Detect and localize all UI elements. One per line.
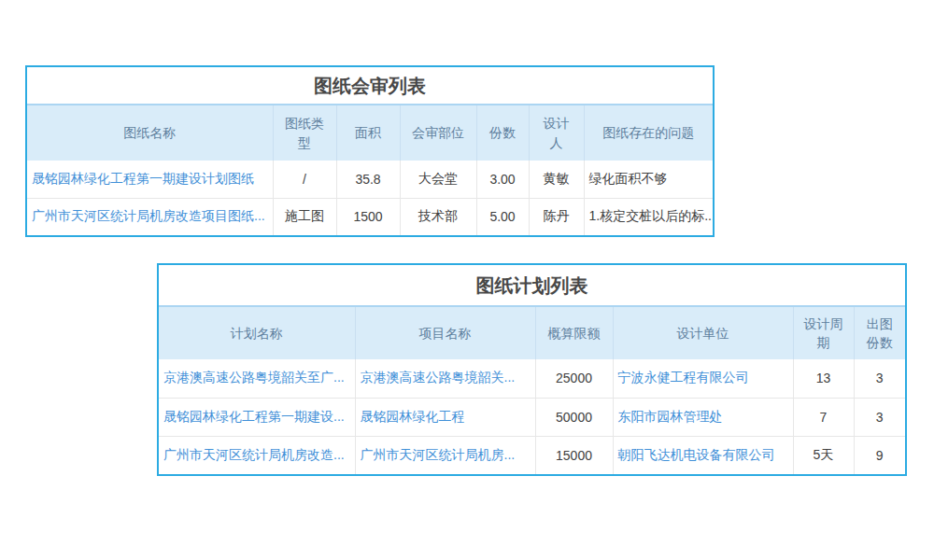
cell-design-unit[interactable]: 宁波永健工程有限公司 — [613, 359, 793, 398]
cell-plan-name[interactable]: 京港澳高速公路粤境韶关至广... — [159, 359, 355, 398]
drawing-review-table: 图纸会审列表 图纸名称 图纸类型 面积 会审部位 份数 设计人 图纸存在的问题 — [25, 65, 715, 237]
col-header-design-unit: 设计单位 — [613, 307, 793, 359]
review-header-row: 图纸名称 图纸类型 面积 会审部位 份数 设计人 图纸存在的问题 — [27, 105, 713, 161]
cell-design-unit[interactable]: 朝阳飞达机电设备有限公司 — [613, 436, 793, 474]
project-name-link[interactable]: 晟铭园林绿化工程 — [361, 409, 465, 424]
drawing-name-link[interactable]: 晟铭园林绿化工程第一期建设计划图纸 — [32, 171, 254, 186]
project-name-link[interactable]: 广州市天河区统计局机房... — [361, 447, 516, 462]
col-header-copies: 份数 — [476, 105, 529, 161]
table-row: 晟铭园林绿化工程第一期建设... 晟铭园林绿化工程 50000 东阳市园林管理处… — [159, 398, 905, 436]
col-header-budget-limit: 概算限额 — [535, 307, 613, 359]
drawing-name-link[interactable]: 广州市天河区统计局机房改造项目图纸... — [32, 208, 265, 223]
table-row: 广州市天河区统计局机房改造项目图纸... 施工图 1500 技术部 5.00 陈… — [27, 198, 713, 235]
drawing-plan-table: 图纸计划列表 计划名称 项目名称 概算限额 设计单位 设计周期 出图份数 京港澳… — [157, 263, 907, 476]
project-name-link[interactable]: 京港澳高速公路粤境韶关... — [361, 370, 516, 385]
design-unit-link[interactable]: 东阳市园林管理处 — [618, 409, 723, 424]
plan-table: 计划名称 项目名称 概算限额 设计单位 设计周期 出图份数 京港澳高速公路粤境韶… — [159, 307, 905, 474]
cell-print-copies: 9 — [854, 436, 905, 474]
design-unit-link[interactable]: 朝阳飞达机电设备有限公司 — [618, 447, 775, 462]
cell-design-cycle: 5天 — [793, 436, 854, 474]
table-row: 广州市天河区统计局机房改造... 广州市天河区统计局机房... 15000 朝阳… — [159, 436, 905, 474]
col-header-drawing-type: 图纸类型 — [273, 105, 336, 161]
col-header-designer: 设计人 — [529, 105, 584, 161]
col-header-issues: 图纸存在的问题 — [584, 105, 713, 161]
plan-header-row: 计划名称 项目名称 概算限额 设计单位 设计周期 出图份数 — [159, 307, 905, 359]
col-header-project-name: 项目名称 — [355, 307, 535, 359]
col-header-area: 面积 — [336, 105, 400, 161]
plan-table-title: 图纸计划列表 — [159, 265, 905, 307]
cell-budget-limit: 15000 — [535, 436, 613, 474]
cell-print-copies: 3 — [854, 398, 905, 436]
review-table: 图纸名称 图纸类型 面积 会审部位 份数 设计人 图纸存在的问题 晟铭园林绿化工… — [27, 105, 713, 235]
cell-plan-name[interactable]: 广州市天河区统计局机房改造... — [159, 436, 355, 474]
cell-issues: 绿化面积不够 — [584, 161, 713, 198]
cell-designer: 陈丹 — [529, 198, 584, 235]
cell-drawing-type: 施工图 — [273, 198, 336, 235]
cell-design-cycle: 13 — [793, 359, 854, 398]
cell-budget-limit: 25000 — [535, 359, 613, 398]
table-row: 晟铭园林绿化工程第一期建设计划图纸 / 35.8 大会堂 3.00 黄敏 绿化面… — [27, 161, 713, 198]
col-header-review-dept: 会审部位 — [400, 105, 476, 161]
plan-name-link[interactable]: 晟铭园林绿化工程第一期建设... — [163, 409, 345, 424]
cell-review-dept: 大会堂 — [400, 161, 476, 198]
cell-designer: 黄敏 — [529, 161, 584, 198]
cell-project-name[interactable]: 晟铭园林绿化工程 — [355, 398, 535, 436]
cell-budget-limit: 50000 — [535, 398, 613, 436]
cell-project-name[interactable]: 广州市天河区统计局机房... — [355, 436, 535, 474]
cell-area: 1500 — [336, 198, 400, 235]
plan-name-link[interactable]: 京港澳高速公路粤境韶关至广... — [163, 370, 345, 385]
page: 图纸会审列表 图纸名称 图纸类型 面积 会审部位 份数 设计人 图纸存在的问题 — [0, 0, 934, 560]
cell-drawing-name[interactable]: 晟铭园林绿化工程第一期建设计划图纸 — [27, 161, 273, 198]
cell-project-name[interactable]: 京港澳高速公路粤境韶关... — [355, 359, 535, 398]
cell-copies: 5.00 — [476, 198, 529, 235]
cell-drawing-type: / — [273, 161, 336, 198]
cell-drawing-name[interactable]: 广州市天河区统计局机房改造项目图纸... — [27, 198, 273, 235]
col-header-plan-name: 计划名称 — [159, 307, 355, 359]
col-header-drawing-name: 图纸名称 — [27, 105, 273, 161]
cell-design-unit[interactable]: 东阳市园林管理处 — [613, 398, 793, 436]
review-table-title: 图纸会审列表 — [27, 67, 713, 105]
cell-issues: 1.核定交桩以后的标... — [584, 198, 713, 235]
cell-design-cycle: 7 — [793, 398, 854, 436]
cell-copies: 3.00 — [476, 161, 529, 198]
cell-plan-name[interactable]: 晟铭园林绿化工程第一期建设... — [159, 398, 355, 436]
table-row: 京港澳高速公路粤境韶关至广... 京港澳高速公路粤境韶关... 25000 宁波… — [159, 359, 905, 398]
col-header-design-cycle: 设计周期 — [793, 307, 854, 359]
cell-review-dept: 技术部 — [400, 198, 476, 235]
cell-print-copies: 3 — [854, 359, 905, 398]
plan-name-link[interactable]: 广州市天河区统计局机房改造... — [163, 447, 345, 462]
design-unit-link[interactable]: 宁波永健工程有限公司 — [618, 370, 749, 385]
col-header-print-copies: 出图份数 — [854, 307, 905, 359]
cell-area: 35.8 — [336, 161, 400, 198]
